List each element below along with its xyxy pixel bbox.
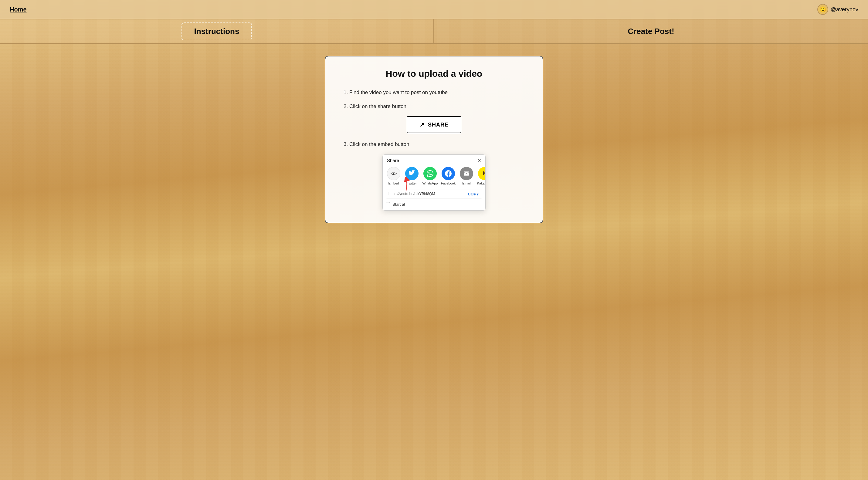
- kakao-label: KakaoTalk: [477, 182, 485, 185]
- share-icons-row: </> Embed Twitter WhatsApp: [383, 165, 485, 188]
- main-content: How to upload a video 1. Find the video …: [0, 44, 868, 242]
- email-label: Email: [462, 182, 471, 185]
- share-icon-embed[interactable]: </> Embed: [385, 167, 402, 185]
- share-button-wrapper: ↗ SHARE: [344, 116, 524, 133]
- tab-instructions-inner: Instructions: [182, 23, 252, 40]
- share-icon-whatsapp[interactable]: WhatsApp: [422, 167, 439, 185]
- step-1: 1. Find the video you want to post on yo…: [344, 89, 524, 96]
- red-arrow-indicator: [402, 177, 411, 192]
- start-at-checkbox[interactable]: [386, 202, 390, 206]
- share-icon-kakao[interactable]: K KakaoTalk: [476, 167, 485, 185]
- share-dialog: Share × </> Embed Twitter: [382, 154, 486, 211]
- kakao-icon: K: [478, 167, 485, 180]
- whatsapp-label: WhatsApp: [423, 182, 438, 185]
- start-at-row: Start at: [383, 201, 485, 210]
- copy-button[interactable]: COPY: [465, 190, 482, 198]
- avatar: 🙂: [817, 4, 828, 15]
- facebook-icon: [442, 167, 455, 180]
- home-link[interactable]: Home: [10, 6, 27, 13]
- share-dialog-title: Share: [387, 158, 399, 163]
- share-icon: ↗: [420, 121, 425, 128]
- embed-label: Embed: [389, 182, 399, 185]
- share-url: https://youtu.be/htkYBbI8QM: [386, 190, 465, 198]
- tab-create-label: Create Post!: [628, 27, 674, 36]
- user-profile[interactable]: 🙂 @averynov: [817, 4, 858, 15]
- tab-instructions[interactable]: Instructions: [0, 20, 434, 43]
- username: @averynov: [831, 6, 858, 13]
- step-2: 2. Click on the share button: [344, 102, 524, 110]
- step-3: 3. Click on the embed button: [344, 140, 524, 148]
- content-card: How to upload a video 1. Find the video …: [325, 56, 543, 223]
- facebook-label: Facebook: [441, 182, 456, 185]
- close-button[interactable]: ×: [478, 158, 481, 163]
- share-dialog-header: Share ×: [383, 155, 485, 165]
- url-row: https://youtu.be/htkYBbI8QM COPY: [386, 190, 482, 198]
- share-icon-email[interactable]: Email: [458, 167, 475, 185]
- tab-create-post[interactable]: Create Post!: [434, 20, 868, 43]
- embed-icon: </>: [387, 167, 400, 180]
- email-icon: [460, 167, 473, 180]
- whatsapp-icon: [423, 167, 437, 180]
- tab-instructions-label: Instructions: [194, 27, 240, 36]
- start-at-label: Start at: [393, 202, 405, 206]
- share-button[interactable]: ↗ SHARE: [407, 116, 461, 133]
- share-button-label: SHARE: [428, 122, 448, 128]
- tabs-nav: Instructions Create Post!: [0, 20, 868, 44]
- header: Home 🙂 @averynov: [0, 0, 868, 20]
- page-title: How to upload a video: [344, 69, 524, 79]
- share-icon-facebook[interactable]: Facebook: [440, 167, 457, 185]
